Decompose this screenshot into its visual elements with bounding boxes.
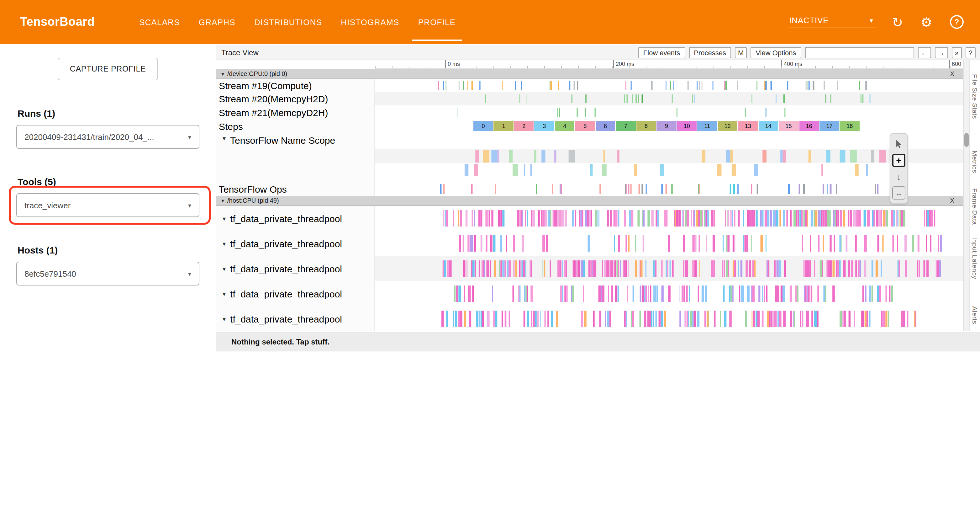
runs-dropdown[interactable]: 20200409-231431/train/2020_04_... ▾ xyxy=(16,125,199,149)
runs-value: 20200409-231431/train/2020_04_... xyxy=(24,132,154,142)
track-label[interactable]: Stream #21(MemcpyD2H) xyxy=(216,105,375,119)
tab-file-size-stats[interactable]: File Size Stats xyxy=(971,74,979,119)
collapse-icon[interactable]: ▾ xyxy=(223,240,226,247)
tab-frame-data[interactable]: Frame Data xyxy=(971,188,979,225)
tab-scalars[interactable]: SCALARS xyxy=(130,0,189,44)
name-scope-band[interactable] xyxy=(375,149,963,163)
trace-canvas[interactable] xyxy=(375,105,963,119)
cpu-section-header[interactable]: ▾ /host:CPU (pid 49) X xyxy=(216,196,963,206)
tools-dropdown[interactable]: trace_viewer ▾ xyxy=(16,193,199,217)
step-block[interactable]: 11 xyxy=(697,121,717,131)
step-block[interactable]: 13 xyxy=(738,121,758,131)
close-icon[interactable]: X xyxy=(950,197,954,204)
trace-canvas[interactable] xyxy=(375,182,963,196)
step-block[interactable]: 4 xyxy=(555,121,574,131)
track-timeline[interactable] xyxy=(375,306,963,331)
track-label[interactable]: TensorFlow Ops xyxy=(216,182,375,196)
track-timeline[interactable] xyxy=(375,256,963,281)
track-timeline[interactable] xyxy=(375,133,963,182)
track-label[interactable]: ▾ tf_data_private_threadpool xyxy=(216,256,375,281)
step-block[interactable]: 1 xyxy=(494,121,514,131)
step-block[interactable]: 2 xyxy=(514,121,534,131)
trace-search-input[interactable] xyxy=(805,47,914,58)
track-timeline[interactable] xyxy=(375,92,963,105)
flow-events-button[interactable]: Flow events xyxy=(638,47,685,58)
trace-canvas[interactable] xyxy=(375,79,963,92)
track-timeline[interactable] xyxy=(375,182,963,196)
forward-button[interactable]: → xyxy=(935,47,948,58)
step-block[interactable]: 18 xyxy=(840,121,860,131)
tab-graphs[interactable]: GRAPHS xyxy=(189,0,245,44)
step-block[interactable]: 9 xyxy=(657,121,676,131)
track-label[interactable]: ▾ tf_data_private_threadpool xyxy=(216,281,375,306)
collapse-icon[interactable]: ▾ xyxy=(223,315,226,322)
select-tool-icon[interactable] xyxy=(892,137,905,151)
tab-metrics[interactable]: Metrics xyxy=(971,151,979,173)
collapse-icon[interactable]: ▾ xyxy=(223,290,226,297)
track-label[interactable]: ▾ tf_data_private_threadpool xyxy=(216,231,375,256)
help-icon[interactable]: ? xyxy=(950,15,964,29)
scrollbar-thumb[interactable] xyxy=(964,133,969,147)
track-label[interactable]: ▾ tf_data_private_threadpool xyxy=(216,206,375,231)
tab-profile[interactable]: PROFILE xyxy=(409,0,465,44)
track-timeline[interactable] xyxy=(375,281,963,306)
track-label[interactable]: ▾ tf_data_private_threadpool xyxy=(216,306,375,331)
trace-canvas[interactable] xyxy=(375,149,963,163)
step-block[interactable]: 12 xyxy=(718,121,737,131)
close-icon[interactable]: X xyxy=(950,70,954,77)
name-scope-band[interactable] xyxy=(375,163,963,177)
collapse-icon[interactable]: ▾ xyxy=(223,265,226,272)
collapse-icon[interactable]: ▾ xyxy=(221,197,224,204)
trace-canvas[interactable] xyxy=(375,92,963,105)
gpu-section-header[interactable]: ▾ /device:GPU:0 (pid 0) X xyxy=(216,69,963,79)
capture-profile-button[interactable]: CAPTURE PROFILE xyxy=(58,58,158,80)
step-block[interactable]: 6 xyxy=(596,121,616,131)
zoom-tool-icon[interactable]: + xyxy=(892,154,905,167)
refresh-icon[interactable]: ↻ xyxy=(892,15,903,29)
track-label[interactable]: ▾ TensorFlow Name Scope xyxy=(216,133,375,182)
step-block[interactable]: 3 xyxy=(535,121,554,131)
step-block[interactable]: 17 xyxy=(819,121,839,131)
hosts-dropdown[interactable]: 8efc5e791540 ▾ xyxy=(16,261,199,285)
trace-canvas[interactable] xyxy=(375,163,963,177)
trace-canvas[interactable] xyxy=(375,206,963,231)
step-block[interactable]: 0 xyxy=(473,121,493,131)
collapse-icon[interactable]: ▾ xyxy=(223,215,226,222)
track-timeline[interactable]: 0123456789101112131415161718 xyxy=(375,119,963,133)
track-label[interactable]: Steps xyxy=(216,119,375,133)
view-options-button[interactable]: View Options xyxy=(751,47,801,58)
step-block[interactable]: 5 xyxy=(575,121,595,131)
step-block[interactable]: 7 xyxy=(616,121,636,131)
vertical-scrollbar[interactable] xyxy=(963,60,969,331)
track-label[interactable]: Stream #20(MemcpyH2D) xyxy=(216,92,375,105)
back-button[interactable]: ← xyxy=(918,47,931,58)
trace-canvas[interactable] xyxy=(375,256,963,281)
tab-input-latency[interactable]: Input Latency xyxy=(971,237,979,279)
track-timeline[interactable] xyxy=(375,105,963,119)
pan-tool-icon[interactable]: ↓ xyxy=(892,170,905,183)
processes-button[interactable]: Processes xyxy=(689,47,731,58)
track-timeline[interactable] xyxy=(375,231,963,256)
step-block[interactable]: 15 xyxy=(779,121,799,131)
m-button[interactable]: M xyxy=(735,47,747,58)
collapse-icon[interactable]: ▾ xyxy=(221,70,224,77)
step-block[interactable]: 14 xyxy=(758,121,778,131)
trace-canvas[interactable] xyxy=(375,231,963,256)
gear-icon[interactable]: ⚙ xyxy=(920,15,932,29)
trace-canvas[interactable] xyxy=(375,281,963,306)
step-block[interactable]: 10 xyxy=(677,121,697,131)
tab-distributions[interactable]: DISTRIBUTIONS xyxy=(245,0,331,44)
tab-alerts[interactable]: Alerts xyxy=(971,306,979,324)
step-block[interactable]: 8 xyxy=(636,121,656,131)
track-label[interactable]: Stream #19(Compute) xyxy=(216,79,375,92)
collapse-icon[interactable]: ▾ xyxy=(223,135,226,142)
track-timeline[interactable] xyxy=(375,79,963,92)
track-timeline[interactable] xyxy=(375,206,963,231)
trace-canvas[interactable] xyxy=(375,306,963,331)
more-button[interactable]: » xyxy=(952,47,962,58)
timing-tool-icon[interactable]: ↔ xyxy=(892,187,905,199)
status-dropdown[interactable]: INACTIVE ▼ xyxy=(789,16,874,28)
step-block[interactable]: 16 xyxy=(799,121,819,131)
toolbar-help-button[interactable]: ? xyxy=(966,47,975,58)
tab-histograms[interactable]: HISTOGRAMS xyxy=(331,0,409,44)
